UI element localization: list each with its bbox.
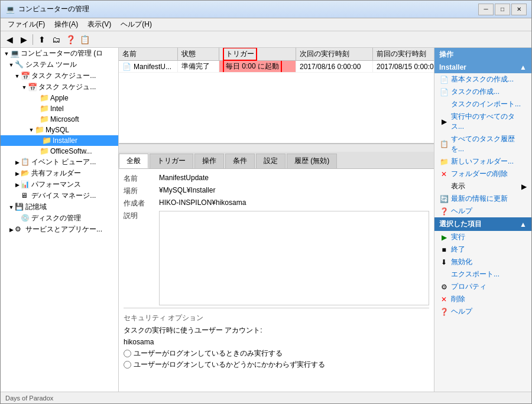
apple-arrow — [33, 95, 40, 101]
action-delete-folder[interactable]: ✕ フォルダーの削除 — [434, 168, 531, 180]
action-delete-folder-label: フォルダーの削除 — [451, 169, 508, 179]
sidebar-item-root[interactable]: ▼ 💻 コンピューターの管理 (ロ — [1, 48, 118, 59]
delete-folder-icon: ✕ — [439, 170, 449, 179]
action-delete[interactable]: ✕ 削除 — [434, 293, 531, 305]
header-status[interactable]: 状態 — [178, 48, 219, 60]
sidebar-item-microsoft[interactable]: 📁 Microsoft — [1, 114, 118, 125]
action-all-history-label: すべてのタスク履歴を... — [451, 134, 527, 154]
disk-icon: 💿 — [21, 214, 30, 223]
menu-file[interactable]: ファイル(F) — [3, 18, 50, 31]
tab-setting[interactable]: 設定 — [256, 154, 286, 168]
running-all-icon: ▶ — [439, 117, 449, 126]
sidebar-item-apple[interactable]: 📁 Apple — [1, 93, 118, 103]
tab-condition[interactable]: 条件 — [225, 154, 255, 168]
action-refresh[interactable]: 🔄 最新の情報に更新 — [434, 193, 531, 205]
sidebar-item-intel[interactable]: 📁 Intel — [1, 103, 118, 114]
system-icon: 🔧 — [15, 60, 24, 70]
app-icon: 💻 — [5, 5, 15, 14]
detail-author-label: 作成者 — [124, 198, 159, 208]
installer-collapse-icon[interactable]: ▲ — [520, 63, 527, 71]
radio-row-2: ユーザーがログオンしているかどうかにかかわらず実行する — [124, 360, 429, 370]
shared-icon: 📂 — [21, 169, 30, 178]
cell-prev: 2017/08/15 0:00:00 — [373, 61, 434, 72]
sidebar-item-label-event: イベント ビューア... — [31, 157, 96, 167]
back-button[interactable]: ◀ — [3, 33, 16, 46]
header-name[interactable]: 名前 — [119, 48, 178, 60]
action-disable-label: 無効化 — [451, 257, 472, 267]
action-all-history[interactable]: 📋 すべてのタスク履歴を... — [434, 133, 531, 155]
cell-next: 2017/08/16 0:00:00 — [296, 61, 373, 72]
sidebar-item-mysql[interactable]: ▼ 📁 MySQL — [1, 125, 118, 135]
action-disable[interactable]: ⬇ 無効化 — [434, 256, 531, 268]
security-user-label: タスクの実行時に使うユーザー アカウント: — [124, 326, 262, 334]
table-row[interactable]: 📄 ManifestU... 準備完了 毎日 0:00 に起動 2017/08/… — [119, 61, 434, 73]
sidebar-item-storage[interactable]: ▼ 💾 記憶域 — [1, 201, 118, 213]
list-header: 名前 状態 トリガー 次回の実行時刻 前回の実行時刻 — [119, 48, 434, 61]
sidebar-item-label-officesoftw: OfficeSoftw... — [50, 147, 92, 155]
menu-help[interactable]: ヘルプ(H) — [116, 18, 157, 31]
all-history-icon: 📋 — [439, 139, 449, 149]
up-button[interactable]: ⬆ — [35, 33, 48, 46]
action-run[interactable]: ▶ 実行 — [434, 231, 531, 243]
close-button[interactable]: ✕ — [511, 4, 527, 15]
selected-collapse-icon[interactable]: ▲ — [520, 220, 527, 229]
header-prev[interactable]: 前回の実行時刻 — [373, 48, 434, 60]
radio-regardless[interactable] — [124, 361, 131, 369]
sidebar-item-disk[interactable]: 💿 ディスクの管理 — [1, 213, 118, 224]
list-horizontal-scrollbar[interactable] — [119, 144, 434, 152]
header-next[interactable]: 次回の実行時刻 — [296, 48, 373, 60]
action-export[interactable]: エクスポート... — [434, 268, 531, 281]
sidebar-item-shared[interactable]: ▶ 📂 共有フォルダー — [1, 168, 118, 179]
create-basic-icon: 📄 — [439, 75, 449, 84]
sidebar-item-tasksch[interactable]: ▼ 📅 タスク スケジュー... — [1, 70, 118, 82]
sidebar-item-label-perf: パフォーマンス — [31, 180, 81, 190]
refresh-icon: 🔄 — [439, 194, 449, 204]
action-create-basic[interactable]: 📄 基本タスクの作成... — [434, 73, 531, 86]
menu-action[interactable]: 操作(A) — [50, 18, 83, 31]
sidebar-item-perf[interactable]: ▶ 📊 パフォーマンス — [1, 179, 118, 190]
sidebar-item-system[interactable]: ▼ 🔧 システム ツール — [1, 59, 118, 70]
disk-arrow — [14, 216, 21, 221]
intel-icon: 📁 — [40, 104, 49, 113]
tab-action[interactable]: 操作 — [194, 154, 224, 168]
menu-view[interactable]: 表示(V) — [83, 18, 116, 31]
tab-history[interactable]: 履歴 (無効) — [287, 154, 337, 168]
sidebar-item-label-installer: Installer — [53, 136, 77, 145]
action-view[interactable]: 表示 ▶ — [434, 180, 531, 193]
title-bar: 💻 コンピューターの管理 ─ □ ✕ — [1, 1, 531, 18]
storage-icon: 💾 — [15, 203, 24, 212]
action-running-all[interactable]: ▶ 実行中のすべてのタス... — [434, 110, 531, 133]
sidebar-item-tasksch2[interactable]: ▼ 📅 タスク スケジュ... — [1, 82, 118, 93]
view-button[interactable]: 📋 — [78, 33, 91, 46]
show-hide-button[interactable]: 🗂 — [50, 33, 63, 46]
action-help2[interactable]: ❓ ヘルプ — [434, 305, 531, 318]
action-new-folder[interactable]: 📁 新しいフォルダー... — [434, 155, 531, 168]
tab-general[interactable]: 全般 — [119, 154, 148, 168]
status-text: Days of Paradox — [5, 395, 53, 402]
help-button[interactable]: ❓ — [64, 33, 77, 46]
action-create-task[interactable]: 📄 タスクの作成... — [434, 86, 531, 98]
forward-button[interactable]: ▶ — [17, 33, 30, 46]
action-help1-label: ヘルプ — [451, 206, 472, 216]
sidebar-item-installer[interactable]: 📁 Installer — [1, 135, 118, 146]
minimize-button[interactable]: ─ — [478, 4, 494, 15]
main-window: 💻 コンピューターの管理 ─ □ ✕ ファイル(F) 操作(A) 表示(V) ヘ… — [0, 0, 532, 404]
action-import-task[interactable]: タスクのインポート... — [434, 98, 531, 110]
sidebar-item-device[interactable]: 🖥 デバイス マネージ... — [1, 190, 118, 201]
radio-logon-only[interactable] — [124, 350, 131, 357]
sidebar-item-label-mysql: MySQL — [46, 126, 69, 134]
stop-icon: ■ — [439, 245, 449, 255]
maximize-button[interactable]: □ — [495, 4, 510, 15]
action-stop[interactable]: ■ 終了 — [434, 243, 531, 256]
header-trigger[interactable]: トリガー — [219, 48, 296, 60]
tab-trigger[interactable]: トリガー — [150, 154, 193, 168]
sidebar-item-services[interactable]: ▶ ⚙ サービスとアプリケー... — [1, 224, 118, 235]
action-properties[interactable]: ⚙ プロパティ — [434, 281, 531, 293]
detail-location-row: 場所 ¥MySQL¥Installer — [124, 186, 429, 196]
detail-desc-textarea[interactable] — [159, 211, 429, 305]
sidebar-item-officesoftw[interactable]: 📁 OfficeSoftw... — [1, 146, 118, 157]
tasksch2-icon: 📅 — [28, 83, 37, 92]
action-create-task-label: タスクの作成... — [451, 87, 499, 97]
action-help1[interactable]: ❓ ヘルプ — [434, 205, 531, 217]
sidebar-item-event[interactable]: ▶ 📋 イベント ビューア... — [1, 157, 118, 168]
